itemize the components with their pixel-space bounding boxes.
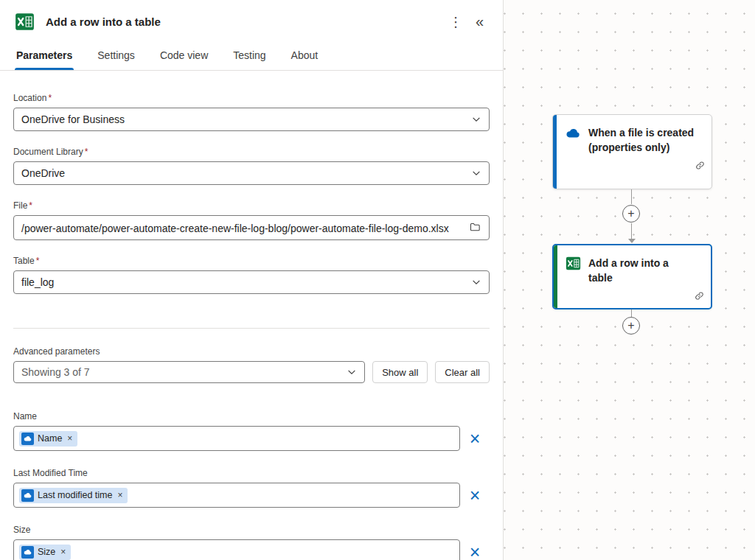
document-library-label: Document Library <box>13 147 83 157</box>
section-divider <box>13 328 490 329</box>
required-mark: * <box>29 200 32 211</box>
excel-icon <box>15 12 35 32</box>
advanced-parameters-label: Advanced parameters <box>13 346 490 357</box>
link-icon[interactable] <box>695 160 706 174</box>
remove-size-field-icon[interactable]: × <box>460 543 490 560</box>
action-config-panel: Add a row into a table ⋮ « Parameters Se… <box>0 0 504 560</box>
connector-arrow <box>628 239 636 243</box>
action-card[interactable]: Add a row into a table <box>552 244 712 309</box>
connector-line <box>631 189 632 204</box>
chevron-down-icon <box>471 168 481 178</box>
insert-step-button[interactable]: + <box>622 205 640 223</box>
field-size: Size Size × × <box>13 525 490 560</box>
plus-icon: + <box>627 319 634 332</box>
chevron-down-icon <box>471 114 481 125</box>
chevron-down-icon <box>347 367 357 377</box>
link-icon[interactable] <box>694 290 705 304</box>
action-accent-bar <box>554 245 557 308</box>
remove-name-field-icon[interactable]: × <box>460 430 490 448</box>
trigger-card-title: When a file is created (properties only) <box>588 125 704 155</box>
tab-testing[interactable]: Testing <box>232 43 267 70</box>
table-label: Table <box>13 256 35 266</box>
folder-picker-icon[interactable] <box>469 221 481 234</box>
collapse-panel-icon[interactable]: « <box>468 12 488 32</box>
tab-bar: Parameters Settings Code view Testing Ab… <box>0 39 503 71</box>
advanced-parameters-section: Advanced parameters Showing 3 of 7 Show … <box>13 346 490 383</box>
onedrive-icon <box>21 546 34 559</box>
connector-line <box>631 309 632 317</box>
connector-line <box>631 223 632 239</box>
field-location: Location* OneDrive for Business <box>13 93 490 131</box>
last-modified-time-token[interactable]: Last modified time × <box>19 488 128 503</box>
more-options-icon[interactable]: ⋮ <box>443 13 468 32</box>
field-file: File* /power-automate/power-automate-cre… <box>13 200 490 240</box>
onedrive-icon <box>21 489 34 502</box>
advanced-parameters-value: Showing 3 of 7 <box>21 365 341 380</box>
show-all-button[interactable]: Show all <box>372 361 428 383</box>
table-dropdown[interactable]: file_log <box>13 270 490 294</box>
last-modified-time-token-label: Last modified time <box>38 490 112 500</box>
document-library-value: OneDrive <box>21 166 465 181</box>
clear-all-button[interactable]: Clear all <box>435 361 490 383</box>
name-token-label: Name <box>38 433 62 444</box>
size-token-label: Size <box>38 547 55 557</box>
required-mark: * <box>85 147 88 157</box>
chevron-down-icon <box>471 277 481 287</box>
required-mark: * <box>36 256 40 266</box>
token-dismiss-icon[interactable]: × <box>117 490 122 500</box>
token-dismiss-icon[interactable]: × <box>67 433 72 444</box>
plus-icon: + <box>627 207 634 220</box>
name-label: Name <box>13 411 490 421</box>
field-last-modified-time: Last Modified Time Last modified time × <box>13 468 490 508</box>
panel-title: Add a row into a table <box>46 15 443 28</box>
add-step-button[interactable]: + <box>622 317 640 335</box>
excel-icon <box>566 256 581 286</box>
name-token[interactable]: Name × <box>19 431 77 447</box>
action-card-title: Add a row into a table <box>588 256 695 286</box>
table-value: file_log <box>21 275 465 290</box>
remove-last-modified-time-field-icon[interactable]: × <box>460 486 490 505</box>
advanced-parameters-dropdown[interactable]: Showing 3 of 7 <box>13 361 365 383</box>
required-mark: * <box>48 93 52 103</box>
field-name: Name Name × × <box>13 411 490 451</box>
power-automate-editor: Add a row into a table ⋮ « Parameters Se… <box>0 0 755 560</box>
size-token[interactable]: Size × <box>19 545 71 560</box>
token-dismiss-icon[interactable]: × <box>60 547 66 557</box>
flow-canvas: When a file is created (properties only)… <box>504 0 755 560</box>
tab-about[interactable]: About <box>290 43 320 70</box>
tab-settings[interactable]: Settings <box>96 43 136 70</box>
trigger-card[interactable]: When a file is created (properties only) <box>552 114 712 189</box>
document-library-dropdown[interactable]: OneDrive <box>13 161 490 185</box>
size-input[interactable]: Size × <box>13 539 460 560</box>
location-label: Location <box>13 93 46 103</box>
field-table: Table* file_log <box>13 256 490 294</box>
field-document-library: Document Library* OneDrive <box>13 147 490 185</box>
tab-code-view[interactable]: Code view <box>159 43 209 70</box>
location-dropdown[interactable]: OneDrive for Business <box>13 108 490 131</box>
onedrive-icon <box>565 125 581 155</box>
onedrive-icon <box>21 433 34 445</box>
file-label: File <box>13 200 27 211</box>
last-modified-time-input[interactable]: Last modified time × <box>13 483 460 508</box>
panel-header: Add a row into a table ⋮ « <box>0 0 503 39</box>
trigger-accent-bar <box>553 115 557 189</box>
file-value: /power-automate/power-automate-create-ne… <box>21 221 461 237</box>
file-input[interactable]: /power-automate/power-automate-create-ne… <box>13 215 490 240</box>
name-input[interactable]: Name × <box>13 426 460 451</box>
size-label: Size <box>13 525 490 535</box>
tab-parameters[interactable]: Parameters <box>15 43 74 70</box>
dynamic-fields: Name Name × × <box>13 411 490 560</box>
location-value: OneDrive for Business <box>21 112 465 127</box>
last-modified-time-label: Last Modified Time <box>13 468 490 478</box>
parameters-form: Location* OneDrive for Business Document… <box>0 71 503 560</box>
